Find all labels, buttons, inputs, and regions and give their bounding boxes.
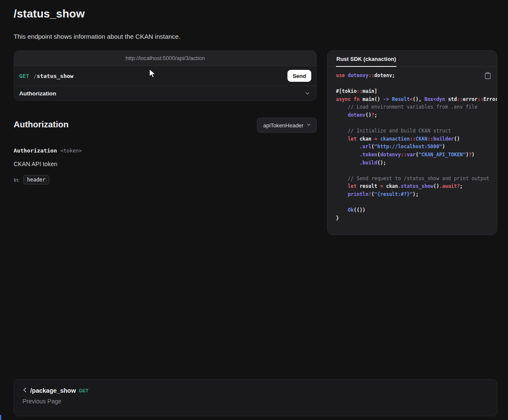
- endpoint-path: /status_show: [33, 73, 73, 79]
- sdk-tab-bar: Rust SDK (ckanaction): [327, 51, 497, 67]
- auth-param-name: Authorization: [14, 147, 57, 154]
- chevron-down-icon: [304, 90, 310, 96]
- auth-in-label: In:: [14, 177, 20, 183]
- auth-accordion-row[interactable]: Authorization: [14, 86, 316, 101]
- code-area: use dotenvy::dotenv; #[tokio::main]async…: [327, 67, 497, 235]
- auth-accordion-label: Authorization: [19, 90, 56, 97]
- endpoint-description: This endpoint shows information about th…: [14, 33, 181, 40]
- corner-indicator: [0, 415, 1, 420]
- auth-in-badge: header: [23, 175, 49, 184]
- auth-in-row: In: header: [14, 175, 49, 184]
- prev-page-card[interactable]: /package_show GET Previous Page: [14, 379, 497, 416]
- base-url-text: http://localhost:5000/api/3/action: [126, 55, 205, 61]
- prev-page-title: /package_show: [30, 387, 76, 394]
- prev-page-method-badge: GET: [79, 388, 89, 393]
- chevron-left-icon: [23, 387, 27, 394]
- prev-page-subtitle: Previous Page: [23, 398, 488, 405]
- base-url-bar: http://localhost:5000/api/3/action: [14, 51, 316, 66]
- tab-rust-sdk[interactable]: Rust SDK (ckanaction): [336, 56, 396, 67]
- clipboard-icon: [485, 72, 491, 81]
- auth-param-type: <token>: [60, 148, 82, 154]
- auth-scheme-value: apiTokenHeader: [263, 122, 304, 129]
- send-button[interactable]: Send: [287, 70, 311, 82]
- endpoint-path-name: status_show: [37, 73, 73, 79]
- request-card: http://localhost:5000/api/3/action GET /…: [14, 50, 317, 101]
- auth-scheme-dropdown[interactable]: apiTokenHeader: [257, 118, 317, 133]
- auth-parameter: Authorization <token>: [14, 147, 82, 154]
- http-method-badge: GET: [19, 73, 29, 79]
- mouse-cursor: [149, 69, 156, 81]
- chevron-down-icon: [306, 122, 311, 129]
- prev-page-row: /package_show GET: [23, 387, 488, 394]
- page-title: /status_show: [14, 7, 85, 20]
- request-row: GET /status_show Send: [14, 66, 316, 86]
- authorization-heading: Authorization: [14, 120, 69, 129]
- copy-button[interactable]: [484, 71, 492, 81]
- auth-param-description: CKAN API token: [14, 161, 57, 167]
- code-block: use dotenvy::dotenv; #[tokio::main]async…: [336, 72, 497, 223]
- sdk-code-panel: Rust SDK (ckanaction) use dotenvy::doten…: [327, 50, 497, 235]
